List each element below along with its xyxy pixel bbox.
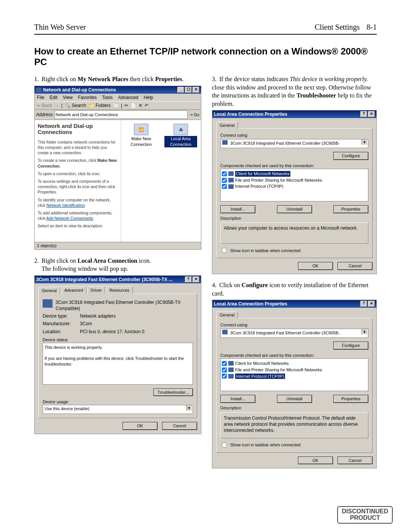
step-3: 3.If the device status indicates This de… xyxy=(212,75,377,108)
share-icon xyxy=(228,367,234,372)
tab-advanced[interactable]: Advanced xyxy=(61,286,86,294)
ok-button[interactable]: OK xyxy=(123,422,158,430)
device-name: 3Com 3C918 Integrated Fast Ethernet Cont… xyxy=(56,299,193,312)
client-icon xyxy=(228,361,234,366)
window-title: Local Area Connection Properties xyxy=(214,111,360,117)
description-box: Transmission Control Protocol/Internet P… xyxy=(220,412,368,438)
show-icon-checkbox[interactable] xyxy=(222,443,227,447)
folders-button[interactable]: 📁 Folders xyxy=(89,102,111,109)
troubleshooter-button[interactable]: Troubleshooter... xyxy=(153,388,193,396)
minimize-icon[interactable]: _ xyxy=(177,87,184,93)
tab-resources[interactable]: Resources xyxy=(106,286,133,294)
header-page-number: 8-1 xyxy=(366,23,377,32)
lac-properties-window-1: Local Area Connection Properties ? ✕ Gen… xyxy=(212,110,377,274)
tab-general[interactable]: General xyxy=(216,311,238,319)
maximize-icon[interactable]: ☐ xyxy=(185,87,192,93)
device-usage-select[interactable]: Use this device (enable) xyxy=(43,405,193,414)
protocol-icon xyxy=(228,184,234,189)
lac-properties-window-2: Local Area Connection Properties ? ✕ Gen… xyxy=(212,300,377,468)
page-header: Thin Web Server Client Settings 8-1 xyxy=(34,23,377,35)
show-icon-checkbox[interactable] xyxy=(222,248,227,253)
components-listbox[interactable]: Client for Microsoft Networks File and P… xyxy=(220,358,368,391)
fwd-button[interactable]: → xyxy=(54,102,59,109)
cancel-button[interactable]: Cancel xyxy=(338,457,373,465)
menu-help[interactable]: Help xyxy=(144,94,153,101)
cancel-button[interactable]: Cancel xyxy=(338,262,373,270)
list-item: Internet Protocol (TCP/IP) xyxy=(222,374,367,379)
adapter-icon xyxy=(222,140,228,145)
step-2: 2.Right click on Local Area Connection i… xyxy=(34,257,201,273)
install-button[interactable]: Install... xyxy=(220,205,255,213)
menubar: File Edit View Favorites Tools Advanced … xyxy=(35,94,201,101)
network-identification-link[interactable]: Network Identification xyxy=(46,203,84,208)
share-icon xyxy=(228,178,234,182)
window-icon xyxy=(36,88,41,92)
list-item: File and Printer Sharing for Microsoft N… xyxy=(222,367,367,373)
adapter-icon xyxy=(222,330,228,334)
tab-general[interactable]: General xyxy=(216,121,238,129)
ok-button[interactable]: OK xyxy=(298,457,333,465)
uninstall-button[interactable]: Uninstall xyxy=(277,205,312,213)
tab-driver[interactable]: Driver xyxy=(87,286,105,294)
adapter-icon xyxy=(43,299,53,308)
list-item: Internet Protocol (TCP/IP) xyxy=(222,184,367,189)
search-button[interactable]: 🔍 Search xyxy=(65,102,86,109)
go-button[interactable]: ⇢ Go xyxy=(189,112,199,118)
step-4: 4.Click on Configure icon to verify inst… xyxy=(212,281,377,297)
window-title: 3Com 3C918 Integrated Fast Ethernet Cont… xyxy=(36,276,185,283)
close-icon[interactable]: ✕ xyxy=(368,111,375,117)
cancel-button[interactable]: Cancel xyxy=(162,422,197,430)
client-icon xyxy=(228,171,234,176)
menu-view[interactable]: View xyxy=(63,94,73,101)
adapter-display: 3Com 3C918 Integrated Fast Ethernet Cont… xyxy=(220,329,368,338)
device-status-box: This device is working properly. If you … xyxy=(43,343,193,385)
menu-advanced[interactable]: Advanced xyxy=(118,94,138,101)
properties-button[interactable]: Properties xyxy=(333,395,368,403)
tab-general[interactable]: General xyxy=(38,287,60,294)
address-input[interactable] xyxy=(54,110,188,119)
configure-button[interactable]: Configure xyxy=(333,342,368,350)
delete-icon[interactable]: ✕ xyxy=(139,102,142,109)
help-icon[interactable]: ? xyxy=(185,276,192,283)
components-listbox[interactable]: Client for Microsoft Networks File and P… xyxy=(220,169,368,201)
address-label: Address xyxy=(36,112,53,118)
cut-icon[interactable]: ✂ xyxy=(124,102,128,109)
menu-file[interactable]: File xyxy=(37,94,44,101)
undo-icon[interactable]: ↶ xyxy=(145,102,148,109)
list-item: File and Printer Sharing for Microsoft N… xyxy=(222,177,367,183)
list-item: Client for Microsoft Networks xyxy=(222,171,367,177)
adapter-display: 3Com 3C918 Integrated Fast Ethernet Cont… xyxy=(220,139,368,148)
properties-button[interactable]: Properties xyxy=(333,205,368,213)
close-icon[interactable]: ✕ xyxy=(193,276,199,283)
header-left: Thin Web Server xyxy=(34,23,86,32)
statusbar: 2 object(s) xyxy=(35,242,201,249)
close-icon[interactable]: ✕ xyxy=(193,87,199,93)
page-title: How to create an Ethernet TCP/IP network… xyxy=(34,46,377,67)
header-section: Client Settings xyxy=(315,23,360,32)
protocol-icon xyxy=(228,374,234,379)
copy-icon[interactable]: 📄 xyxy=(131,102,136,109)
window-title: Network and Dial-up Connections xyxy=(43,87,177,93)
menu-edit[interactable]: Edit xyxy=(49,94,57,101)
configure-button[interactable]: Configure xyxy=(333,152,368,160)
help-icon[interactable]: ? xyxy=(360,301,367,307)
make-new-connection-icon[interactable]: 📶 Make New Connection xyxy=(125,124,158,147)
description-box: Allows your computer to access resources… xyxy=(220,222,368,244)
add-network-components-link[interactable]: Add Network Components xyxy=(46,216,93,220)
step-1: 1.Right click on My Network Places then … xyxy=(34,75,201,83)
menu-tools[interactable]: Tools xyxy=(102,94,113,101)
list-item: Client for Microsoft Networks xyxy=(222,361,367,366)
ok-button[interactable]: OK xyxy=(298,262,333,270)
window-title: Local Area Connection Properties xyxy=(214,301,360,307)
history-button[interactable]: 🕘 xyxy=(113,102,119,109)
device-properties-window: 3Com 3C918 Integrated Fast Ethernet Cont… xyxy=(34,275,201,434)
help-icon[interactable]: ? xyxy=(360,111,367,117)
back-button[interactable]: ⇐ Back xyxy=(37,102,52,109)
uninstall-button[interactable]: Uninstall xyxy=(277,395,312,403)
local-area-connection-icon[interactable]: 🖧 Local Area Connection xyxy=(164,124,197,147)
explorer-left-pane: Network and Dial-up Connections This fol… xyxy=(35,120,121,242)
menu-favorites[interactable]: Favorites xyxy=(78,94,97,101)
install-button[interactable]: Install... xyxy=(220,395,255,403)
close-icon[interactable]: ✕ xyxy=(368,301,375,307)
network-connections-window: Network and Dial-up Connections _ ☐ ✕ Fi… xyxy=(34,86,201,250)
